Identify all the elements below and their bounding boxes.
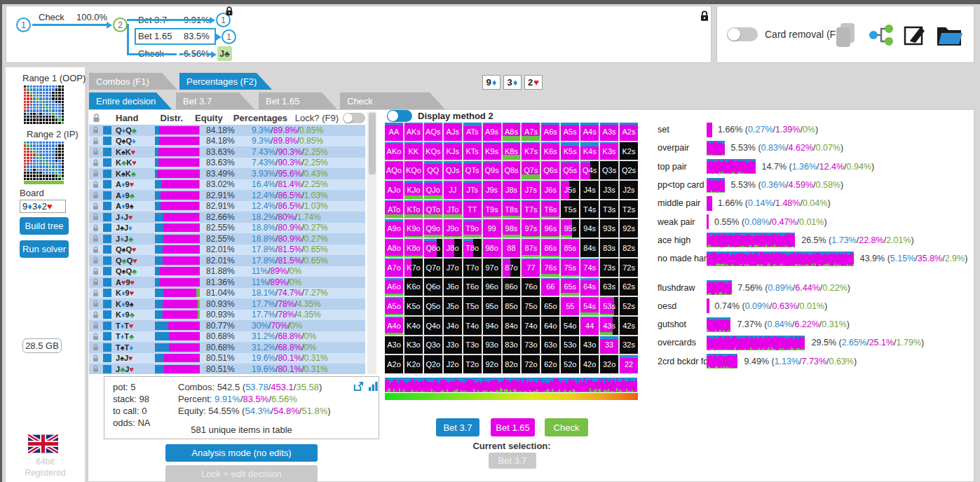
matrix-cell-K2s[interactable]: K2s [620,142,638,160]
matrix-cell-Q7o[interactable]: Q7o [424,259,442,277]
matrix-cell-J8s[interactable]: J8s [503,181,521,199]
matrix-cell-65o[interactable]: 65o [541,297,559,315]
matrix-cell-T2o[interactable]: T2o [463,355,482,373]
matrix-cell-K8o[interactable]: K8o [404,239,423,257]
matrix-cell-43o[interactable]: 43o [580,336,599,354]
matrix-cell-A3o[interactable]: A3o [385,336,403,354]
matrix-cell-KJo[interactable]: KJo [404,181,423,199]
matrix-cell-J7o[interactable]: J7o [444,259,462,277]
matrix-cell-K6o[interactable]: K6o [404,278,423,296]
matrix-cell-J6s[interactable]: J6s [541,181,559,199]
table-row[interactable]: A♦9♥83.02%16.4%/81.4%/2.25% [89,179,365,191]
matrix-cell-Q4o[interactable]: Q4o [424,317,442,335]
matrix-cell-A9o[interactable]: A9o [385,219,403,237]
matrix-cell-73o[interactable]: 73o [522,336,540,354]
matrix-cell-K7s[interactable]: K7s [522,142,540,160]
matrix-cell-73s[interactable]: 73s [600,259,618,277]
matrix-cell-TT[interactable]: TT [463,200,482,219]
matrix-cell-Q5o[interactable]: Q5o [424,297,442,315]
action-button-bet-1-65[interactable]: Bet 1.65 [491,418,535,436]
row-lock-icon[interactable] [93,322,99,329]
tree-view-icon[interactable] [869,23,894,47]
matrix-cell-K9s[interactable]: K9s [483,142,501,160]
matrix-cell-95s[interactable]: 95s [561,219,579,237]
matrix-cell-J9o[interactable]: J9o [444,219,462,237]
matrix-cell-J3s[interactable]: J3s [600,181,618,199]
matrix-cell-93s[interactable]: 93s [600,219,618,237]
matrix-cell-AQo[interactable]: AQo [385,161,403,179]
matrix-cell-99[interactable]: 99 [483,219,501,237]
run-solver-button[interactable]: Run solver [20,240,69,258]
matrix-cell-AKs[interactable]: AKs [404,123,423,141]
matrix-cell-J5o[interactable]: J5o [444,297,462,315]
table-row[interactable]: J♦J♣82.55%18.8%/80.9%/0.27% [89,233,365,245]
analysis-mode-button[interactable]: Analysis mode (no edits) [165,444,318,462]
matrix-cell-K5o[interactable]: K5o [404,297,423,315]
matrix-cell-92o[interactable]: 92o [483,355,501,373]
matrix-cell-QQ[interactable]: QQ [424,161,442,179]
table-row[interactable]: Q♣Q♥82.01%17.8%/81.5%/0.65% [89,255,365,266]
matrix-cell-A8o[interactable]: A8o [385,239,403,257]
matrix-cell-62s[interactable]: 62s [620,278,638,296]
matrix-cell-85o[interactable]: 85o [503,297,521,315]
matrix-cell-93o[interactable]: 93o [483,336,501,354]
matrix-cell-JTo[interactable]: JTo [444,200,462,219]
matrix-cell-Q8o[interactable]: Q8o [424,239,442,257]
matrix-cell-J8o[interactable]: J8o [444,239,462,257]
matrix-cell-AA[interactable]: AA [385,123,403,141]
row-lock-icon[interactable] [93,181,99,188]
matrix-cell-65s[interactable]: 65s [561,278,579,296]
matrix-cell-QTo[interactable]: QTo [424,200,442,219]
matrix-cell-T4o[interactable]: T4o [463,317,482,335]
matrix-cell-T5s[interactable]: T5s [561,200,579,219]
matrix-cell-Q6o[interactable]: Q6o [424,278,442,296]
matrix-cell-97s[interactable]: 97s [522,219,540,237]
cards-icon[interactable] [833,22,859,48]
row-lock-icon[interactable] [93,343,99,351]
matrix-cell-A5o[interactable]: A5o [385,297,403,315]
matrix-cell-63s[interactable]: 63s [600,278,618,296]
row-lock-icon[interactable] [93,246,99,254]
row-lock-icon[interactable] [93,202,99,210]
matrix-cell-J7s[interactable]: J7s [522,181,540,199]
matrix-cell-98o[interactable]: 98o [483,239,501,257]
matrix-cell-A7s[interactable]: A7s [522,123,540,141]
table-row[interactable]: K♠K♣83.49%3.93%/95.6%/0.43% [89,168,365,179]
row-lock-icon[interactable] [93,289,99,297]
matrix-cell-K2o[interactable]: K2o [404,355,423,373]
matrix-cell-K8s[interactable]: K8s [503,142,521,160]
action-button-bet-3-7[interactable]: Bet 3.7 [436,418,479,436]
matrix-cell-K3o[interactable]: K3o [404,336,423,354]
matrix-cell-T6o[interactable]: T6o [463,278,482,296]
matrix-cell-AJs[interactable]: AJs [444,123,462,141]
table-row[interactable]: A♥9♥81.36%11%/89%/0% [89,277,365,288]
matrix-cell-92s[interactable]: 92s [620,219,638,237]
matrix-cell-A4o[interactable]: A4o [385,317,403,335]
matrix-cell-86s[interactable]: 86s [541,239,559,257]
chart-icon[interactable] [368,381,379,392]
matrix-cell-72s[interactable]: 72s [620,259,638,277]
matrix-cell-53s[interactable]: 53s [600,297,618,315]
row-lock-icon[interactable] [93,170,99,177]
board-card[interactable]: 9♦ [482,75,501,90]
row-lock-icon[interactable] [93,159,99,167]
matrix-cell-Q8s[interactable]: Q8s [503,161,521,179]
board-card[interactable]: 3♦ [503,75,522,90]
matrix-cell-52o[interactable]: 52o [561,355,579,373]
matrix-cell-94o[interactable]: 94o [483,317,501,335]
matrix-cell-ATs[interactable]: ATs [463,123,482,141]
matrix-cell-T8o[interactable]: T8o [463,239,482,257]
row-lock-icon[interactable] [93,268,99,275]
row-lock-icon[interactable] [93,256,99,264]
matrix-cell-AKo[interactable]: AKo [385,142,403,160]
tree-lock-icon[interactable] [700,11,709,22]
matrix-cell-Q2s[interactable]: Q2s [620,161,638,179]
matrix-cell-32s[interactable]: 32s [620,336,638,354]
table-scrollbar[interactable] [367,111,376,374]
table-row[interactable]: Q♠Q♦84.18%9.3%/89.8%/0.85% [89,136,365,147]
matrix-cell-84s[interactable]: 84s [580,239,599,257]
display-method-toggle[interactable] [387,110,412,122]
table-row[interactable]: J♦J♥82.66%18.2%/80%/1.74% [89,212,365,223]
matrix-cell-82o[interactable]: 82o [503,355,521,373]
row-lock-icon[interactable] [93,354,99,362]
